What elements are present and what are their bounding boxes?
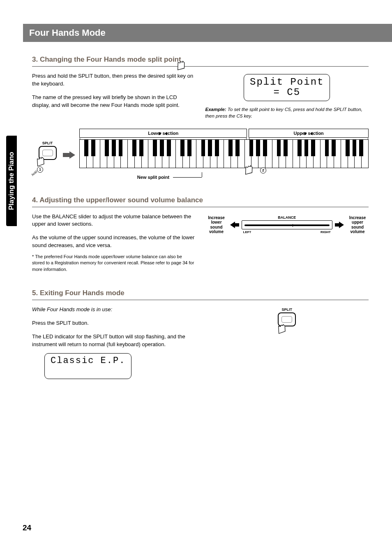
keyboard-main: Lower section Upper section 2 New split … bbox=[79, 129, 369, 180]
keyboard-graphic bbox=[79, 139, 369, 168]
split-button-press-diagram: SPLIT bbox=[268, 308, 305, 326]
section5-p1: Press the SPLIT button. bbox=[32, 319, 196, 327]
section4-heading: 4. Adjusting the upper/lower sound volum… bbox=[32, 196, 369, 207]
section4-p2: As the volume of the upper sound increas… bbox=[32, 234, 196, 250]
split-label-exit: SPLIT bbox=[268, 308, 305, 312]
step-2-badge: 2 bbox=[260, 167, 266, 173]
arrow-right-icon bbox=[335, 222, 344, 228]
lcd-display-splitpoint: Split Point = C5 bbox=[244, 74, 330, 101]
section3-p2: The name of the pressed key will briefly… bbox=[32, 94, 196, 109]
balance-left-tag: LEFT bbox=[243, 230, 251, 234]
example-label: Example: bbox=[205, 107, 226, 112]
page-title: Four Hands Mode bbox=[29, 28, 106, 38]
balance-title: BALANCE bbox=[242, 215, 333, 220]
section3-p1: Press and hold the SPLIT button, then pr… bbox=[32, 72, 196, 88]
balance-slider-box bbox=[242, 220, 333, 229]
step-1-badge: 1 bbox=[37, 166, 43, 173]
arrow-right-icon bbox=[63, 151, 75, 159]
example-text: To set the split point to key C5, press … bbox=[205, 107, 363, 118]
split-button-diagram: SPLIT 1 hold bbox=[32, 141, 63, 160]
upper-section-label: Upper section bbox=[249, 129, 369, 138]
increase-upper-label: Increase upper sound volume bbox=[346, 215, 369, 234]
section3-body: Press and hold the SPLIT button, then pr… bbox=[32, 72, 369, 120]
balance-right-tag: RIGHT bbox=[321, 230, 331, 234]
section5-heading: 5. Exiting Four Hands mode bbox=[32, 289, 369, 300]
balance-slider-diagram: Increase lower sound volume BALANCE LEFT… bbox=[205, 215, 369, 234]
increase-lower-label: Increase lower sound volume bbox=[205, 215, 228, 234]
section4-footnote: * The preferred Four Hands mode upper/lo… bbox=[32, 254, 196, 273]
page-content: 3. Changing the Four Hands mode split po… bbox=[32, 56, 369, 379]
keyboard-split-diagram: SPLIT 1 hold Lower section Upper section bbox=[32, 129, 369, 180]
section5-body: While Four Hands mode is in use: Press t… bbox=[32, 306, 369, 379]
lcd-display-classic-ep: Classic E.P. bbox=[44, 353, 131, 379]
section-side-tab: Playing the Piano bbox=[6, 136, 17, 226]
page-header-bar: Four Hands Mode bbox=[23, 24, 392, 42]
section5-p2: The LED indicator for the SPLIT button w… bbox=[32, 333, 196, 349]
section3-heading: 3. Changing the Four Hands mode split po… bbox=[32, 56, 369, 67]
section4-body: Use the BALANCE slider to adjust the vol… bbox=[32, 213, 369, 273]
arrow-left-icon bbox=[230, 222, 239, 228]
lower-section-label: Lower section bbox=[79, 129, 247, 138]
lcd-line1: Split Point bbox=[250, 77, 324, 87]
page-number: 24 bbox=[23, 523, 31, 532]
new-split-label: New split point bbox=[79, 175, 369, 180]
section3-example: Example: To set the split point to key C… bbox=[205, 106, 369, 119]
section4-p1: Use the BALANCE slider to adjust the vol… bbox=[32, 213, 196, 229]
section5-intro: While Four Hands mode is in use: bbox=[32, 306, 196, 314]
split-label: SPLIT bbox=[32, 141, 63, 145]
lcd-line2: = C5 bbox=[250, 87, 324, 97]
